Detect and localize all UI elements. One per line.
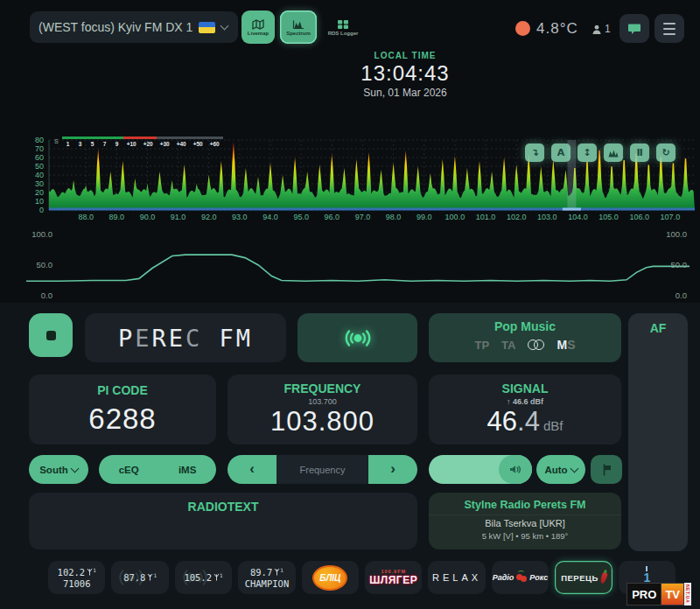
ceq-toggle[interactable]: cEQ [119, 465, 139, 475]
server-select-dropdown[interactable]: (WEST focus) Kyiv FM DX 1 [30, 11, 238, 43]
stereo-icon [528, 340, 544, 350]
local-time-value: 13:04:43 [318, 61, 493, 86]
antenna-icon [87, 568, 93, 576]
antenna-icon [274, 568, 280, 576]
svg-text:90.0: 90.0 [140, 213, 156, 221]
preset-перець[interactable]: ПЕРЕЦЬ [555, 561, 612, 594]
frequency-stepper: ‹ Frequency › [228, 455, 417, 484]
svg-text:95.0: 95.0 [293, 213, 309, 221]
temperature: 4.8°C [536, 20, 578, 38]
preset-champion[interactable]: 89.71CHAMPION [238, 561, 295, 594]
frequency-down-button[interactable]: ‹ [228, 455, 276, 484]
signal-peak: ↑ 46.6 dBf [429, 397, 621, 406]
signal-panel: SIGNAL ↑ 46.6 dBf 46.4dBf [429, 374, 621, 444]
svg-text:102.0: 102.0 [507, 213, 527, 221]
rds-logger-label: RDS Logger [328, 31, 359, 36]
ims-toggle[interactable]: iMS [178, 465, 196, 475]
svg-text:0.0: 0.0 [676, 290, 687, 300]
af-list-panel: AF [628, 313, 688, 551]
svg-text:100.0: 100.0 [666, 229, 687, 239]
eq-ims-toggle[interactable]: cEQ iMS [99, 455, 216, 484]
speaker-icon [509, 465, 522, 474]
spectrum-toolbar: ↴ A ↕ Ⅱ ↻ [525, 144, 676, 162]
svg-text:99.0: 99.0 [416, 213, 432, 221]
svg-text:92.0: 92.0 [201, 213, 217, 221]
spectrum-button[interactable]: Spectrum [280, 10, 317, 44]
spectrum-label: Spectrum [286, 31, 311, 36]
watermark-net: NET.UA [684, 583, 691, 606]
stop-icon [46, 331, 56, 340]
user-icon [592, 23, 602, 38]
antenna-icon [214, 573, 220, 581]
radiotext-panel: RADIOTEXT [29, 493, 417, 550]
chat-bubble-icon [627, 23, 641, 35]
livemap-button[interactable]: Livemap [242, 10, 275, 44]
raw-frequency: 103.700 [228, 397, 417, 406]
signal-label: SIGNAL [429, 382, 621, 396]
s-meter-zone: 13579 [62, 136, 123, 147]
preset-бліц[interactable]: БЛІЦ [302, 561, 359, 594]
pause-button[interactable]: Ⅱ [630, 144, 649, 162]
map-icon [252, 19, 264, 30]
ukraine-flag-icon [199, 22, 215, 33]
preset-105.2[interactable]: 105.21 [175, 561, 232, 594]
graph-mode-button[interactable] [604, 144, 623, 162]
faint-broadcast-icon [118, 568, 144, 587]
spectrum-graph[interactable]: 0102030405060708088.089.090.091.092.093.… [0, 133, 700, 222]
signal-value: 46.4dBf [429, 406, 621, 438]
mini-chart-icon [608, 149, 619, 158]
svg-text:91.0: 91.0 [171, 213, 186, 221]
report-flag-button[interactable] [591, 455, 622, 484]
mute-button[interactable] [499, 455, 532, 484]
jump-to-frequency-button[interactable]: ↴ [525, 144, 544, 162]
history-plot: 0.00.050.050.0100.0100.0 [0, 224, 700, 303]
svg-text:94.0: 94.0 [262, 213, 278, 221]
grid-icon [337, 19, 349, 30]
volume-slider[interactable] [429, 455, 532, 484]
svg-text:0: 0 [39, 206, 44, 214]
svg-text:89.0: 89.0 [109, 213, 125, 221]
svg-text:20: 20 [35, 188, 44, 197]
svg-text:107.0: 107.0 [661, 213, 681, 221]
auto-mode-dropdown[interactable]: Auto [536, 455, 585, 484]
frequency-up-button[interactable]: › [368, 455, 417, 484]
chevron-down-icon [570, 464, 578, 472]
vertical-zoom-button[interactable]: ↕ [578, 144, 597, 162]
rds-ps-text: PEREC FM [118, 325, 253, 352]
preset-шлягер[interactable]: 100.9FMШЛЯГЕР [365, 561, 422, 594]
ta-flag: TA [501, 339, 515, 352]
local-time-label: LOCAL TIME [318, 51, 493, 60]
preset-87.8[interactable]: 87.81 [111, 561, 168, 594]
watermark-pro: PRO [626, 583, 662, 606]
svg-text:104.0: 104.0 [568, 213, 588, 221]
rds-logger-button[interactable]: RDS Logger [322, 10, 364, 44]
svg-text:30: 30 [35, 179, 44, 188]
chat-button[interactable] [620, 14, 649, 43]
play-stop-button[interactable] [29, 313, 73, 357]
svg-text:106.0: 106.0 [629, 213, 649, 221]
frequency-value: 103.800 [228, 406, 417, 438]
protv-watermark-logo: PRO TV NET.UA [626, 583, 691, 606]
server-title: (WEST focus) Kyiv FM DX 1 [38, 20, 192, 34]
preset-71006[interactable]: 102.2171006 [48, 561, 105, 594]
up-arrow-icon: ↑ [507, 397, 511, 406]
hamburger-menu-button[interactable] [654, 14, 684, 43]
ms-flag: MS [556, 337, 575, 353]
frequency-panel: FREQUENCY 103.700 103.800 [228, 374, 417, 444]
svg-text:105.0: 105.0 [598, 213, 619, 221]
svg-text:70: 70 [35, 144, 44, 153]
preset-радіо[interactable]: РадіоРокс [492, 561, 549, 594]
auto-scale-button[interactable]: A [551, 144, 570, 162]
station-details: 5 kW [V] • 95 km • 189° [429, 531, 621, 541]
preset-relax[interactable]: RELAX [428, 561, 485, 594]
svg-text:98.0: 98.0 [386, 213, 402, 221]
chevron-down-icon [220, 21, 229, 30]
frequency-input[interactable]: Frequency [276, 455, 368, 484]
refresh-button[interactable]: ↻ [656, 144, 676, 162]
fm-dx-webserver: (WEST focus) Kyiv FM DX 1 Livemap Spectr… [0, 0, 700, 609]
pi-code-value: 6288 [29, 402, 216, 436]
signal-history-graph: 0.00.050.050.0100.0100.0 [0, 224, 700, 303]
bandwidth-dropdown[interactable]: South [29, 455, 88, 484]
s-meter-scale: S13579+10+20+30+40+50+60 [54, 136, 223, 147]
faint-broadcast-icon [182, 568, 208, 587]
